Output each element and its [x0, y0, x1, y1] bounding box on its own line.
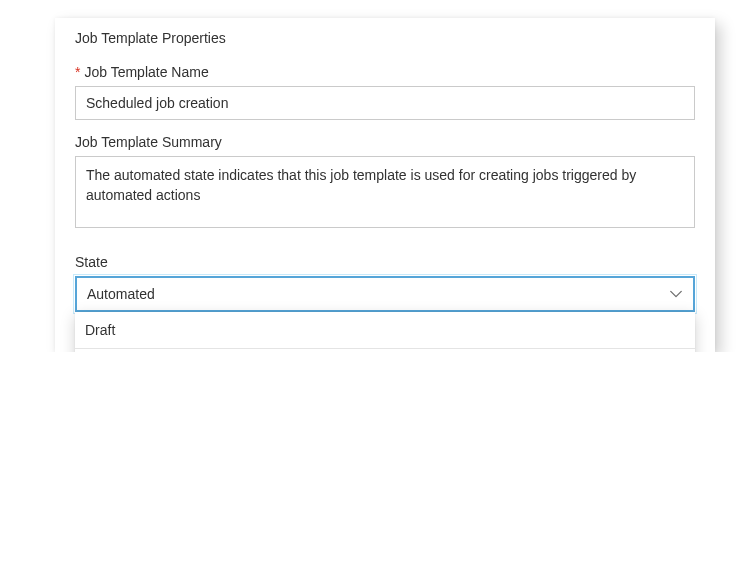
- panel-title: Job Template Properties: [75, 30, 695, 46]
- state-option-active[interactable]: Active: [75, 349, 695, 352]
- state-select-value: Automated: [87, 286, 155, 302]
- required-indicator: *: [75, 64, 80, 80]
- chevron-down-icon: [669, 287, 683, 301]
- name-label-row: *Job Template Name: [75, 64, 695, 80]
- state-option-draft[interactable]: Draft: [75, 312, 695, 349]
- job-template-properties-panel: Job Template Properties *Job Template Na…: [55, 18, 715, 352]
- state-label: State: [75, 254, 695, 270]
- state-dropdown: Draft Active Automated Retired: [75, 312, 695, 352]
- job-template-summary-input[interactable]: The automated state indicates that this …: [75, 156, 695, 228]
- summary-label: Job Template Summary: [75, 134, 695, 150]
- name-label: Job Template Name: [84, 64, 208, 80]
- job-template-name-input[interactable]: [75, 86, 695, 120]
- state-select-wrap: Automated Draft Active Automated Retired: [75, 276, 695, 312]
- state-select[interactable]: Automated: [75, 276, 695, 312]
